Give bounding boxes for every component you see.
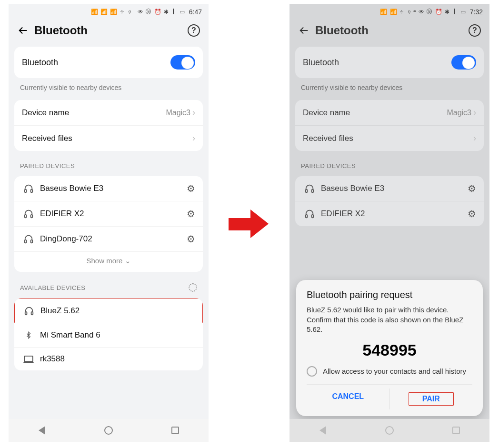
available-device-bluez[interactable]: BlueZ 5.62: [14, 299, 203, 323]
paired-device-row[interactable]: DingDong-702 ⚙: [14, 227, 203, 252]
device-label: Mi Smart Band 6: [40, 330, 195, 340]
paired-section-title: PAIRED DEVICES: [289, 154, 489, 173]
svg-rect-6: [31, 240, 33, 243]
visibility-caption: Currently visible to nearby devices: [9, 81, 209, 97]
nav-home-button[interactable]: [385, 426, 394, 435]
gear-icon[interactable]: ⚙: [187, 233, 195, 245]
cancel-button[interactable]: CANCEL: [307, 388, 389, 409]
pair-button[interactable]: PAIR: [389, 388, 473, 409]
svg-rect-2: [31, 189, 33, 192]
svg-rect-1: [25, 189, 27, 192]
svg-rect-4: [31, 215, 33, 218]
svg-rect-7: [25, 312, 27, 315]
bluetooth-toggle-row[interactable]: Bluetooth: [14, 47, 203, 78]
bluetooth-label: Bluetooth: [303, 58, 451, 68]
status-time: 7:32: [470, 8, 483, 16]
received-files-label: Received files: [303, 134, 473, 143]
chevron-down-icon: ⌄: [125, 257, 131, 265]
bluetooth-toggle[interactable]: [170, 55, 195, 70]
bluetooth-toggle-card: Bluetooth: [295, 47, 484, 78]
svg-rect-9: [24, 356, 33, 362]
radio-unchecked-icon[interactable]: [307, 366, 317, 377]
status-icons: 📶 📶 📶 ᯤ ♡ 👁 Ⓝ ⏰ ✱ ⏽ ▭: [91, 9, 185, 15]
visibility-caption: Currently visible to nearby devices: [289, 81, 489, 97]
back-button[interactable]: [17, 24, 30, 37]
device-name-value: Magic3: [447, 109, 471, 117]
device-label: rk3588: [40, 354, 195, 364]
bluetooth-icon: [22, 330, 35, 340]
dialog-body: BlueZ 5.62 would like to pair with this …: [307, 305, 472, 334]
received-files-row[interactable]: Received files ›: [295, 126, 484, 151]
paired-devices-card: Baseus Bowie E3 ⚙ EDIFIER X2 ⚙: [295, 176, 484, 226]
received-files-label: Received files: [22, 134, 192, 143]
chevron-right-icon: ›: [473, 133, 476, 143]
page-title: Bluetooth: [34, 24, 188, 37]
available-section-title: AVAILABLE DEVICES: [9, 275, 209, 296]
device-label: EDIFIER X2: [321, 209, 468, 219]
gear-icon[interactable]: ⚙: [187, 208, 195, 219]
dialog-buttons: CANCEL PAIR: [307, 384, 472, 409]
nav-recent-button[interactable]: [451, 426, 461, 435]
received-files-row[interactable]: Received files ›: [14, 126, 203, 151]
device-info-card: Device name Magic3 › Received files ›: [14, 100, 203, 151]
paired-devices-card: Baseus Bowie E3 ⚙ EDIFIER X2 ⚙ DingDong-…: [14, 176, 203, 272]
headphones-icon: [303, 209, 316, 219]
nav-back-button[interactable]: [37, 426, 47, 435]
nav-recent-button[interactable]: [170, 426, 180, 435]
laptop-icon: [22, 355, 35, 363]
gear-icon[interactable]: ⚙: [187, 183, 195, 194]
paired-device-row[interactable]: Baseus Bowie E3 ⚙: [14, 176, 203, 201]
available-device-row[interactable]: rk3588: [14, 348, 203, 370]
pairing-dialog: Bluetooth pairing request BlueZ 5.62 wou…: [296, 280, 483, 416]
bluetooth-label: Bluetooth: [22, 58, 170, 68]
app-header: Bluetooth ?: [9, 17, 209, 44]
svg-rect-8: [31, 312, 33, 315]
dialog-title: Bluetooth pairing request: [307, 289, 472, 300]
svg-rect-3: [25, 215, 27, 218]
back-button[interactable]: [298, 24, 310, 37]
device-label: EDIFIER X2: [40, 209, 187, 219]
headphones-icon: [22, 306, 36, 316]
svg-rect-12: [306, 189, 308, 192]
allow-contacts-label: Allow access to your contacts and call h…: [323, 367, 466, 376]
headphones-icon: [22, 234, 35, 244]
nav-back-button[interactable]: [318, 426, 328, 435]
device-name-row[interactable]: Device name Magic3 ›: [14, 100, 203, 126]
nav-home-button[interactable]: [104, 426, 113, 435]
paired-device-row[interactable]: EDIFIER X2 ⚙: [14, 201, 203, 227]
gear-icon[interactable]: ⚙: [468, 208, 476, 219]
headphones-icon: [22, 209, 35, 219]
available-devices-card: BlueZ 5.62 Mi Smart Band 6 rk3588: [14, 299, 203, 370]
device-name-value: Magic3: [166, 109, 190, 117]
device-name-row[interactable]: Device name Magic3 ›: [295, 100, 484, 126]
bluetooth-toggle-card: Bluetooth: [14, 47, 203, 78]
chevron-right-icon: ›: [192, 108, 195, 118]
allow-contacts-row[interactable]: Allow access to your contacts and call h…: [307, 366, 472, 377]
bluetooth-toggle-row[interactable]: Bluetooth: [295, 47, 484, 78]
paired-device-row[interactable]: EDIFIER X2 ⚙: [295, 201, 484, 226]
svg-rect-15: [312, 215, 314, 218]
page-title: Bluetooth: [315, 24, 469, 37]
screenshot-right: 📶 📶 ᯤ ♡ ☁ 👁 Ⓝ ⏰ ✱ ⏽ ▭ 7:32 Bluetooth ? B…: [289, 4, 489, 442]
paired-device-row[interactable]: Baseus Bowie E3 ⚙: [295, 176, 484, 201]
bluetooth-toggle[interactable]: [451, 55, 476, 70]
show-more-button[interactable]: Show more ⌄: [14, 252, 203, 272]
device-label: DingDong-702: [40, 234, 187, 244]
chevron-right-icon: ›: [192, 133, 195, 143]
status-time: 6:47: [189, 8, 202, 16]
scanning-spinner-icon: [189, 283, 197, 292]
navigation-bar: [289, 419, 489, 442]
headphones-icon: [22, 183, 35, 194]
pairing-code: 548995: [307, 341, 472, 359]
help-icon[interactable]: ?: [188, 24, 200, 37]
headphones-icon: [303, 183, 316, 194]
available-device-row[interactable]: Mi Smart Band 6: [14, 323, 203, 348]
screenshot-left: 📶 📶 📶 ᯤ ♡ 👁 Ⓝ ⏰ ✱ ⏽ ▭ 6:47 Bluetooth ? B…: [9, 4, 209, 442]
svg-rect-13: [312, 189, 314, 192]
device-label: Baseus Bowie E3: [321, 184, 468, 193]
device-info-card: Device name Magic3 › Received files ›: [295, 100, 484, 151]
help-icon[interactable]: ?: [469, 24, 481, 37]
gear-icon[interactable]: ⚙: [468, 183, 476, 194]
status-icons: 📶 📶 ᯤ ♡ ☁ 👁 Ⓝ ⏰ ✱ ⏽ ▭: [380, 9, 466, 15]
device-label: Baseus Bowie E3: [40, 184, 187, 193]
